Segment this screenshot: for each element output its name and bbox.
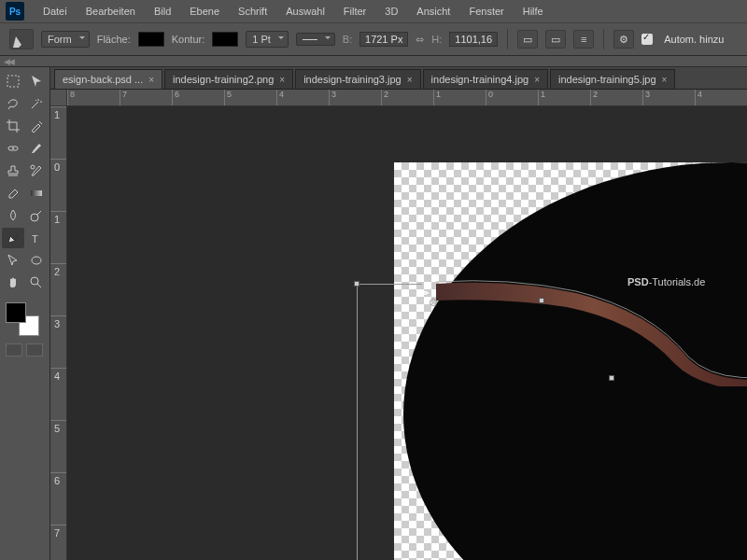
path-ops-button[interactable]: ▭	[545, 30, 566, 49]
svg-point-6	[32, 257, 41, 264]
zoom-tool[interactable]	[26, 273, 49, 293]
stroke-width-dropdown[interactable]: 1 Pt	[246, 31, 289, 48]
eyedropper-tool[interactable]	[26, 116, 49, 136]
path-segment	[357, 284, 358, 560]
auto-label: Autom. hinzu	[664, 34, 724, 45]
close-icon[interactable]: ×	[279, 75, 285, 85]
dodge-tool[interactable]	[26, 205, 49, 226]
app-logo[interactable]: Ps	[6, 2, 24, 21]
height-field[interactable]: 1101,16	[449, 32, 498, 47]
ruler-tick: 7	[50, 525, 66, 560]
path-anchor[interactable]	[539, 298, 544, 303]
menu-ansicht[interactable]: Ansicht	[407, 2, 459, 21]
menu-hilfe[interactable]: Hilfe	[514, 2, 553, 21]
menu-bild[interactable]: Bild	[145, 2, 180, 21]
ruler-horizontal[interactable]: 8 7 6 5 4 3 2 1 0 1 2 3 4	[67, 90, 747, 106]
menu-filter[interactable]: Filter	[334, 2, 375, 21]
menu-datei[interactable]: Datei	[34, 2, 77, 21]
width-label: B:	[343, 34, 352, 45]
ruler-tick: 2	[590, 90, 642, 105]
move-tool[interactable]	[26, 71, 49, 91]
canvas[interactable]: PSD-Tutorials.de ✒	[67, 106, 747, 560]
quick-mask-button[interactable]	[26, 343, 43, 357]
ruler-tick: 7	[120, 90, 172, 105]
wand-tool[interactable]	[26, 93, 49, 114]
ruler-tick: 3	[642, 90, 695, 105]
stroke-swatch[interactable]	[212, 32, 238, 47]
ruler-tick: 4	[50, 368, 66, 420]
ruler-tick: 1	[433, 90, 486, 105]
menubar: Ps Datei Bearbeiten Bild Ebene Schrift A…	[0, 0, 747, 22]
ruler-tick: 2	[381, 90, 433, 105]
blur-tool[interactable]	[2, 205, 24, 226]
arrange-button[interactable]: ≡	[573, 30, 594, 49]
document-tab[interactable]: indesign-training5.jpg×	[550, 69, 675, 89]
document-tab[interactable]: esign-back.psd ...×	[54, 69, 162, 89]
workspace: T esign-back.psd ...× indesign-training2…	[0, 67, 747, 560]
heal-tool[interactable]	[2, 138, 24, 159]
stroke-label: Kontur:	[172, 34, 204, 45]
shape-tool[interactable]	[26, 250, 49, 271]
align-edges-button[interactable]: ▭	[517, 30, 538, 49]
active-tool-icon[interactable]	[9, 29, 34, 49]
link-wh-icon[interactable]: ⇔	[416, 34, 424, 46]
menu-3d[interactable]: 3D	[375, 2, 407, 21]
menu-fenster[interactable]: Fenster	[459, 2, 513, 21]
lasso-tool[interactable]	[2, 93, 24, 114]
close-icon[interactable]: ×	[534, 75, 540, 85]
ruler-tick: 1	[50, 211, 66, 263]
svg-text:T: T	[32, 233, 38, 245]
path-segment	[357, 284, 422, 285]
auto-checkbox[interactable]	[641, 34, 653, 45]
fill-label: Fläche:	[97, 34, 131, 45]
toolbar: T	[0, 67, 50, 560]
ruler-tick: 1	[538, 90, 590, 105]
eraser-tool[interactable]	[2, 183, 24, 203]
ruler-vertical[interactable]: 1 0 1 2 3 4 5 6 7 8 9	[50, 106, 67, 560]
options-bar: Form Fläche: Kontur: 1 Pt B: 1721 Px ⇔ H…	[0, 22, 747, 56]
height-label: H:	[431, 34, 442, 45]
gear-icon[interactable]: ⚙	[613, 30, 634, 49]
marquee-tool[interactable]	[2, 71, 24, 91]
tool-mode-dropdown[interactable]: Form	[41, 31, 90, 48]
close-icon[interactable]: ×	[662, 75, 668, 85]
panel-collapse-strip[interactable]: ◀◀	[0, 56, 747, 67]
fg-color[interactable]	[6, 302, 26, 323]
path-select-tool[interactable]	[2, 250, 24, 271]
width-field[interactable]: 1721 Px	[359, 32, 408, 47]
tab-label: indesign-training4.jpg	[431, 74, 529, 85]
color-swatches[interactable]	[6, 302, 39, 336]
path-anchor[interactable]	[354, 281, 359, 287]
ruler-tick: 5	[224, 90, 276, 105]
document-tab[interactable]: indesign-training3.jpg×	[295, 69, 420, 89]
ruler-tick: 3	[50, 315, 66, 368]
gradient-tool[interactable]	[26, 183, 49, 203]
tab-label: indesign-training5.jpg	[558, 74, 656, 85]
fill-swatch[interactable]	[138, 32, 164, 47]
type-tool[interactable]: T	[26, 228, 49, 248]
stroke-style-dropdown[interactable]	[296, 33, 335, 46]
menu-auswahl[interactable]: Auswahl	[276, 2, 334, 21]
pen-tool[interactable]	[2, 228, 24, 248]
path-anchor[interactable]	[609, 375, 614, 381]
tab-label: indesign-training3.jpg	[303, 74, 402, 85]
svg-rect-3	[31, 190, 42, 196]
ruler-origin[interactable]	[50, 90, 67, 106]
history-brush-tool[interactable]	[26, 161, 49, 181]
tab-label: esign-back.psd ...	[63, 74, 143, 85]
ruler-tick: 8	[67, 90, 120, 105]
close-icon[interactable]: ×	[148, 75, 154, 85]
screen-mode-button[interactable]	[6, 343, 22, 357]
document-tab[interactable]: indesign-training2.png×	[164, 69, 293, 89]
document-tab[interactable]: indesign-training4.jpg×	[423, 69, 548, 89]
hand-tool[interactable]	[2, 273, 24, 293]
close-icon[interactable]: ×	[407, 75, 413, 85]
menu-ebene[interactable]: Ebene	[180, 2, 229, 21]
brush-tool[interactable]	[26, 138, 49, 159]
crop-tool[interactable]	[2, 116, 24, 136]
stamp-tool[interactable]	[2, 161, 24, 181]
menu-schrift[interactable]: Schrift	[229, 2, 276, 21]
tab-label: indesign-training2.png	[173, 74, 274, 85]
menu-bearbeiten[interactable]: Bearbeiten	[77, 2, 145, 21]
svg-rect-0	[7, 76, 19, 87]
